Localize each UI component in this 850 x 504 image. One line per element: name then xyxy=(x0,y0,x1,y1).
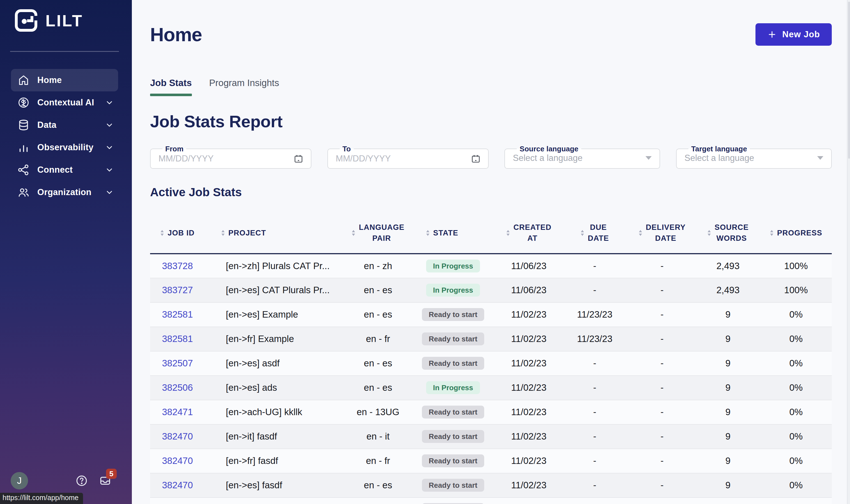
sort-icon xyxy=(580,230,584,236)
main-content: Home New Job Job Stats Program Insights … xyxy=(132,0,850,504)
cell-created-at: 11/06/23 xyxy=(511,285,547,295)
bar-chart-icon xyxy=(17,141,30,154)
job-id-link[interactable]: 382581 xyxy=(162,334,193,344)
sidebar-item-organization[interactable]: Organization xyxy=(11,181,118,203)
job-id-link[interactable]: 382581 xyxy=(162,309,193,320)
sidebar-item-label: Connect xyxy=(37,165,97,175)
tab-bar: Job Stats Program Insights xyxy=(150,78,832,96)
tab-label: Job Stats xyxy=(150,78,192,88)
sidebar-item-label: Observability xyxy=(37,142,97,152)
sidebar-item-observability[interactable]: Observability xyxy=(11,136,118,159)
chevron-down-icon xyxy=(105,143,114,152)
cell-project: [en->es] ads xyxy=(226,382,277,393)
active-tab-underline xyxy=(150,94,192,96)
table-row: 382470[en->fr] fasdfen - frReady to star… xyxy=(150,449,832,473)
job-id-link[interactable]: 383728 xyxy=(162,261,193,271)
cell-delivery-date: - xyxy=(661,431,664,442)
cell-created-at: 11/02/23 xyxy=(511,431,547,442)
cell-progress: 0% xyxy=(790,309,803,320)
calendar-icon[interactable] xyxy=(293,153,304,164)
scrollbar-thumb[interactable] xyxy=(848,2,850,159)
sidebar-item-contextual-ai[interactable]: Contextual AI xyxy=(11,91,118,114)
sort-icon xyxy=(639,230,642,236)
page-scrollbar[interactable] xyxy=(847,0,850,504)
table-row: 382581[en->es] Exampleen - esReady to st… xyxy=(150,303,832,327)
calendar-icon[interactable] xyxy=(470,153,481,164)
column-header-language-pair[interactable]: LANGUAGEPAIR xyxy=(346,213,410,254)
sidebar-item-data[interactable]: Data xyxy=(11,114,118,136)
dropdown-caret-icon[interactable] xyxy=(645,156,652,160)
state-badge: Ready to start xyxy=(422,406,484,418)
section-title: Active Job Stats xyxy=(150,185,832,199)
cell-due-date: - xyxy=(593,382,596,393)
cell-progress: 0% xyxy=(790,407,803,417)
app-logo[interactable]: LILT xyxy=(0,0,132,33)
tab-job-stats[interactable]: Job Stats xyxy=(150,78,192,96)
cell-due-date: - xyxy=(593,455,596,466)
state-badge: In Progress xyxy=(426,284,480,296)
field-label: Target language xyxy=(689,145,750,152)
table-row: 382471[en->ach-UG] kkllken - 13UGReady t… xyxy=(150,400,832,425)
column-header-due-date[interactable]: DUEDATE xyxy=(561,213,628,254)
field-label: To xyxy=(340,145,354,152)
avatar[interactable]: J xyxy=(11,472,28,489)
tab-program-insights[interactable]: Program Insights xyxy=(209,78,279,96)
lilt-logo-icon xyxy=(14,8,38,33)
state-badge: Ready to start xyxy=(422,308,484,321)
job-id-link[interactable]: 382507 xyxy=(162,358,193,368)
cell-project: [en->es] CAT Plurals Pr... xyxy=(226,285,330,295)
cell-due-date: - xyxy=(593,431,596,442)
cell-source-words: 2,493 xyxy=(716,285,740,295)
cell-project: [en->zh] Plurals CAT Pr... xyxy=(226,261,330,271)
target-language-select[interactable]: Select a language xyxy=(684,153,817,163)
column-header-progress[interactable]: PROGRESS xyxy=(760,213,832,254)
cell-created-at: 11/02/23 xyxy=(511,407,547,417)
filters-row: FromToSource languageSelect a languageTa… xyxy=(150,145,832,169)
filter-to: To xyxy=(327,145,489,169)
cell-delivery-date: - xyxy=(661,382,664,393)
table-row: 383728[en->zh] Plurals CAT Pr...en - zhI… xyxy=(150,254,832,278)
job-id-link[interactable]: 382470 xyxy=(162,431,193,442)
help-icon[interactable] xyxy=(75,474,88,487)
sidebar-item-home[interactable]: Home xyxy=(11,69,118,91)
sort-icon xyxy=(160,230,164,236)
column-label: JOB ID xyxy=(168,228,194,238)
inbox-icon[interactable]: 5 xyxy=(99,474,112,487)
sidebar-item-connect[interactable]: Connect xyxy=(11,159,118,181)
column-header-source-words[interactable]: SOURCEWORDS xyxy=(696,213,760,254)
to-date-input[interactable] xyxy=(336,154,470,164)
from-date-input[interactable] xyxy=(158,154,293,164)
chevron-down-icon xyxy=(105,187,114,197)
job-id-link[interactable]: 382506 xyxy=(162,382,193,393)
column-header-project[interactable]: PROJECT xyxy=(205,213,346,254)
cell-created-at: 11/02/23 xyxy=(511,358,547,368)
column-header-job-id[interactable]: JOB ID xyxy=(150,213,205,254)
job-id-link[interactable]: 382471 xyxy=(162,407,193,417)
cell-source-words: 2,493 xyxy=(716,261,740,271)
state-badge: Ready to start xyxy=(422,332,484,345)
cell-due-date: - xyxy=(593,358,596,368)
new-job-button[interactable]: New Job xyxy=(756,23,832,46)
cell-source-words: 9 xyxy=(726,309,730,320)
state-badge: Ready to start xyxy=(422,479,484,492)
sidebar-item-label: Data xyxy=(37,120,97,130)
column-header-delivery-date[interactable]: DELIVERYDATE xyxy=(628,213,696,254)
column-header-state[interactable]: STATE xyxy=(410,213,497,254)
cell-created-at: 11/06/23 xyxy=(511,261,547,271)
cell-progress: 0% xyxy=(790,358,803,368)
cell-language-pair: en - es xyxy=(364,309,392,320)
cell-language-pair: en - es xyxy=(364,382,392,393)
job-id-link[interactable]: 383727 xyxy=(162,285,193,295)
job-id-link[interactable]: 382470 xyxy=(162,455,193,466)
source-language-select[interactable]: Select a language xyxy=(513,153,645,163)
field-label: From xyxy=(162,145,186,152)
filter-from: From xyxy=(150,145,311,169)
cell-language-pair: en - 13UG xyxy=(357,407,399,417)
sidebar-nav: HomeContextual AIDataObservabilityConnec… xyxy=(0,69,132,203)
cell-progress: 0% xyxy=(790,334,803,344)
dropdown-caret-icon[interactable] xyxy=(817,156,823,160)
column-header-created-at[interactable]: CREATEDAT xyxy=(497,213,561,254)
cell-language-pair: en - fr xyxy=(366,334,390,344)
state-badge: In Progress xyxy=(426,259,480,272)
job-id-link[interactable]: 382470 xyxy=(162,480,193,490)
